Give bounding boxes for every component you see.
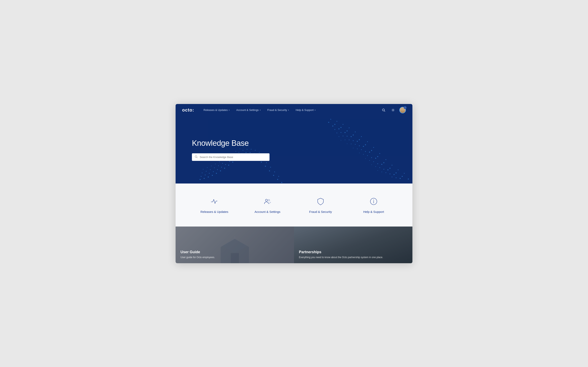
- svg-point-58: [259, 152, 260, 153]
- svg-point-99: [404, 173, 405, 174]
- svg-point-23: [281, 182, 282, 183]
- svg-point-119: [377, 163, 378, 164]
- svg-point-106: [369, 151, 370, 152]
- nav-item-help[interactable]: Help & Support ▾: [293, 107, 319, 113]
- avatar-button[interactable]: 0: [399, 107, 406, 113]
- logo[interactable]: octo:: [182, 108, 194, 113]
- svg-point-69: [236, 151, 236, 151]
- navbar: octo: Releases & Updates ▾ Account & Set…: [176, 104, 412, 116]
- category-fraud[interactable]: Fraud & Security: [294, 193, 347, 217]
- svg-point-74: [334, 124, 336, 125]
- svg-point-107: [375, 158, 376, 159]
- svg-point-82: [383, 162, 384, 163]
- svg-point-109: [388, 169, 389, 170]
- search-button[interactable]: [380, 107, 387, 113]
- shield-icon: [316, 197, 325, 206]
- svg-point-117: [365, 151, 366, 152]
- card-desc-partnerships: Everything you need to know about the Oc…: [299, 256, 407, 259]
- svg-point-84: [396, 172, 397, 173]
- search-input[interactable]: [200, 156, 267, 159]
- svg-point-128: [367, 155, 368, 156]
- nav-item-fraud[interactable]: Fraud & Security ▾: [264, 107, 292, 113]
- svg-point-139: [375, 166, 376, 167]
- search-icon: [195, 155, 198, 159]
- svg-point-138: [369, 160, 370, 161]
- nav-item-releases[interactable]: Releases & Updates ▾: [201, 107, 233, 113]
- search-container: [192, 153, 269, 161]
- svg-point-127: [361, 149, 362, 150]
- svg-point-118: [371, 157, 372, 158]
- svg-point-64: [215, 164, 216, 164]
- svg-point-91: [355, 132, 356, 132]
- card-user-guide[interactable]: User Guide User guide for Octo employees…: [176, 226, 294, 263]
- svg-point-122: [396, 177, 397, 178]
- svg-point-80: [371, 150, 372, 151]
- svg-point-42: [274, 171, 275, 172]
- nav-right: 0: [380, 107, 406, 113]
- category-releases[interactable]: Releases & Updates: [188, 193, 241, 217]
- svg-point-87: [330, 119, 331, 120]
- svg-point-53: [238, 152, 239, 153]
- chevron-down-icon: ▾: [229, 109, 230, 111]
- category-label-fraud: Fraud & Security: [309, 210, 332, 213]
- svg-point-47: [214, 167, 215, 168]
- svg-point-10: [228, 165, 229, 166]
- card-partnerships[interactable]: Partnerships Everything you need to know…: [294, 226, 412, 263]
- notification-badge: 0: [404, 106, 406, 109]
- svg-point-131: [385, 172, 386, 173]
- category-help[interactable]: Help & Support: [347, 193, 400, 217]
- svg-point-62: [207, 167, 208, 168]
- settings-button[interactable]: [390, 107, 396, 113]
- svg-point-30: [225, 164, 226, 165]
- nav-label-fraud: Fraud & Security: [267, 108, 287, 111]
- svg-point-133: [339, 136, 339, 137]
- card-overlay-user-guide: User Guide User guide for Octo employees…: [176, 226, 294, 263]
- svg-point-11: [232, 161, 233, 162]
- page-title: Knowledge Base: [192, 139, 396, 148]
- svg-point-63: [211, 166, 212, 166]
- nav-label-help: Help & Support: [296, 108, 314, 111]
- svg-point-129: [373, 161, 374, 162]
- svg-point-123: [337, 133, 337, 133]
- svg-point-92: [361, 136, 362, 137]
- svg-point-46: [210, 169, 211, 170]
- svg-point-108: [381, 164, 382, 165]
- svg-point-97: [392, 165, 392, 166]
- svg-point-75: [341, 127, 342, 128]
- svg-point-65: [219, 161, 220, 162]
- svg-point-29: [221, 167, 222, 167]
- svg-point-96: [385, 159, 386, 160]
- svg-point-43: [278, 176, 279, 177]
- categories-section: Releases & Updates Account & Settings Fr…: [176, 184, 412, 226]
- svg-point-20: [269, 170, 270, 171]
- svg-point-150: [265, 199, 268, 201]
- chevron-down-icon: ▾: [260, 109, 261, 111]
- svg-point-102: [345, 132, 346, 133]
- svg-point-54: [242, 150, 243, 151]
- feature-cards-section: User Guide User guide for Octo employees…: [176, 226, 412, 263]
- svg-point-70: [240, 149, 240, 149]
- svg-point-9: [224, 167, 225, 169]
- svg-point-24: [201, 176, 201, 177]
- info-icon: [369, 197, 379, 206]
- svg-point-136: [357, 149, 358, 149]
- svg-point-45: [206, 171, 207, 172]
- chevron-down-icon: ▾: [288, 109, 289, 111]
- svg-point-44: [202, 173, 203, 173]
- svg-point-132: [392, 176, 392, 177]
- nav-item-account[interactable]: Account & Settings ▾: [233, 107, 264, 113]
- svg-line-149: [197, 157, 198, 158]
- category-account[interactable]: Account & Settings: [241, 193, 294, 217]
- svg-point-36: [250, 152, 251, 153]
- svg-point-25: [205, 175, 206, 175]
- svg-point-110: [394, 174, 395, 175]
- activity-icon: [209, 197, 219, 206]
- card-title-user-guide: User Guide: [181, 250, 289, 254]
- users-icon: [263, 197, 272, 206]
- card-overlay-partnerships: Partnerships Everything you need to know…: [294, 226, 412, 263]
- svg-point-76: [347, 130, 348, 131]
- svg-point-31: [229, 161, 230, 162]
- svg-point-151: [268, 200, 270, 201]
- svg-point-27: [213, 171, 214, 172]
- svg-point-77: [353, 134, 354, 135]
